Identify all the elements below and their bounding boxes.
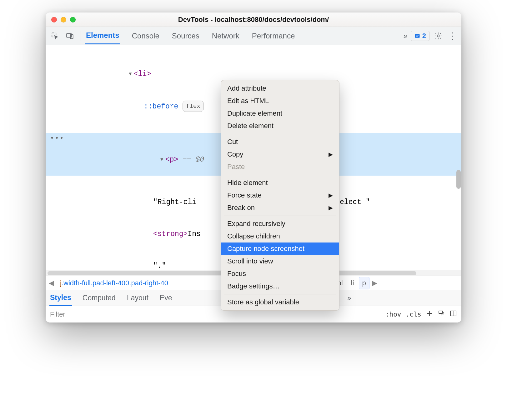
context-menu: Add attribute Edit as HTML Duplicate ele… <box>221 80 339 311</box>
tab-network[interactable]: Network <box>211 28 240 44</box>
breadcrumb-item[interactable]: j.width-full.pad-left-400.pad-right-40 <box>57 277 172 289</box>
settings-icon[interactable] <box>433 30 444 42</box>
main-toolbar: Elements Console Sources Network Perform… <box>46 27 461 45</box>
panel-tabs: Elements Console Sources Network Perform… <box>85 27 295 44</box>
chevron-right-icon: ▶ <box>329 151 333 158</box>
ctx-scroll-into-view[interactable]: Scroll into view <box>221 255 339 268</box>
breadcrumb-item-selected[interactable]: p <box>359 277 369 289</box>
tab-elements[interactable]: Elements <box>85 27 120 44</box>
issues-count: 2 <box>422 32 426 40</box>
subtab-layout[interactable]: Layout <box>126 291 149 305</box>
subtab-computed[interactable]: Computed <box>82 291 116 305</box>
window-title: DevTools - localhost:8080/docs/devtools/… <box>178 16 329 24</box>
ctx-duplicate[interactable]: Duplicate element <box>221 107 339 120</box>
ctx-delete[interactable]: Delete element <box>221 120 339 132</box>
ctx-add-attribute[interactable]: Add attribute <box>221 82 339 95</box>
devtools-window: DevTools - localhost:8080/docs/devtools/… <box>46 12 461 322</box>
inspect-element-icon[interactable] <box>49 30 61 42</box>
gutter-menu-icon[interactable]: ••• <box>50 133 64 144</box>
chevron-right-icon: ▶ <box>329 192 333 199</box>
crumb-prev-icon[interactable]: ◀ <box>48 279 55 287</box>
vertical-scrollbar[interactable] <box>456 170 461 189</box>
ctx-force-state[interactable]: Force state▶ <box>221 189 339 202</box>
ctx-collapse[interactable]: Collapse children <box>221 230 339 242</box>
toolbar-separator <box>81 31 81 41</box>
subtab-events[interactable]: Eve <box>159 291 173 305</box>
computed-sidebar-icon[interactable] <box>449 310 457 319</box>
ctx-cut[interactable]: Cut <box>221 136 339 148</box>
svg-point-4 <box>437 35 439 37</box>
chevron-right-icon: ▶ <box>329 204 333 211</box>
ctx-paste: Paste <box>221 161 339 173</box>
ctx-store-global[interactable]: Store as global variable <box>221 296 339 308</box>
ctx-expand[interactable]: Expand recursively <box>221 218 339 230</box>
ctx-break-on[interactable]: Break on▶ <box>221 202 339 214</box>
tab-sources[interactable]: Sources <box>171 28 200 44</box>
svg-rect-1 <box>67 33 71 37</box>
ctx-focus[interactable]: Focus <box>221 268 339 280</box>
dom-text: Ins <box>188 230 200 238</box>
window-titlebar: DevTools - localhost:8080/docs/devtools/… <box>46 12 461 27</box>
flex-badge[interactable]: flex <box>183 101 204 112</box>
dom-text: "." <box>153 262 166 270</box>
minimize-icon[interactable] <box>61 17 66 22</box>
zoom-icon[interactable] <box>70 17 76 22</box>
cls-toggle[interactable]: .cls <box>405 311 421 318</box>
ctx-edit-html[interactable]: Edit as HTML <box>221 95 339 107</box>
device-toolbar-icon[interactable] <box>64 30 76 42</box>
breadcrumb-item[interactable]: li <box>348 277 358 289</box>
traffic-lights <box>51 17 76 22</box>
dom-text: "Right-cli <box>153 198 196 206</box>
subtab-styles[interactable]: Styles <box>49 290 72 306</box>
selected-marker: == $0 <box>183 156 204 164</box>
tab-performance[interactable]: Performance <box>251 28 295 44</box>
hover-toggle[interactable]: :hov <box>385 311 401 318</box>
pseudo-before[interactable]: ::before <box>144 102 178 111</box>
svg-rect-2 <box>70 34 73 38</box>
styles-filter-input[interactable]: Filter <box>50 310 106 318</box>
ctx-capture-screenshot[interactable]: Capture node screenshot <box>221 242 339 255</box>
kebab-menu-icon[interactable]: ⋮ <box>447 30 458 42</box>
more-subtabs-icon[interactable]: » <box>347 294 351 302</box>
new-style-rule-icon[interactable] <box>426 310 433 319</box>
svg-rect-6 <box>450 311 456 316</box>
close-icon[interactable] <box>51 17 57 22</box>
tab-console[interactable]: Console <box>131 28 160 44</box>
crumb-next-icon[interactable]: ▶ <box>371 279 379 287</box>
issues-counter[interactable]: 2 <box>411 31 429 41</box>
svg-rect-5 <box>439 311 443 313</box>
ctx-hide[interactable]: Hide element <box>221 177 339 189</box>
ctx-copy[interactable]: Copy▶ <box>221 148 339 161</box>
more-tabs-icon[interactable]: » <box>403 32 407 40</box>
paint-icon[interactable] <box>438 310 445 319</box>
ctx-badge-settings[interactable]: Badge settings… <box>221 280 339 292</box>
